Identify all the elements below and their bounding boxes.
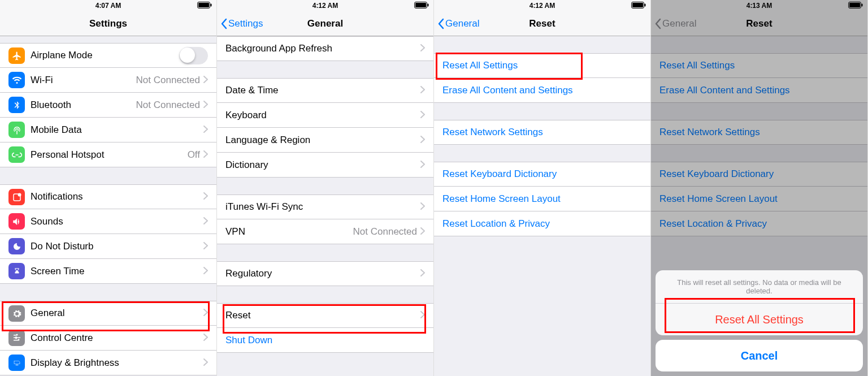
back-chevron-icon — [220, 18, 227, 29]
status-time: 4:07 AM — [96, 2, 121, 10]
status-time: 4:12 AM — [313, 2, 338, 10]
status-time: 4:12 AM — [530, 2, 555, 10]
row-keyboard[interactable]: Keyboard — [217, 103, 433, 128]
row-wifi[interactable]: Wi-Fi Not Connected — [0, 68, 216, 93]
row-reset-location-privacy[interactable]: Reset Location & Privacy — [434, 211, 650, 236]
battery-icon — [848, 2, 863, 8]
screen-reset: 4:12 AM General Reset Reset All Settings… — [434, 0, 651, 376]
row-reset-all-settings[interactable]: Reset All Settings — [434, 53, 650, 78]
battery-icon — [414, 2, 429, 8]
chevron-icon — [420, 160, 425, 170]
row-date-time[interactable]: Date & Time — [217, 78, 433, 103]
nav-title: Settings — [89, 18, 127, 29]
chevron-icon — [420, 269, 425, 279]
row-bluetooth[interactable]: Bluetooth Not Connected — [0, 93, 216, 118]
chevron-icon — [420, 44, 425, 54]
row-reset-home-screen-layout[interactable]: Reset Home Screen Layout — [434, 187, 650, 211]
row-personal-hotspot[interactable]: Personal Hotspot Off — [0, 142, 216, 167]
row-label: Dictionary — [225, 159, 420, 171]
row-label: Display & Brightness — [31, 357, 203, 369]
row-erase-all-content: Erase All Content and Settings — [651, 78, 867, 103]
battery-icon — [197, 2, 212, 8]
row-regulatory[interactable]: Regulatory — [217, 261, 433, 286]
row-label: Notifications — [31, 191, 203, 202]
row-display-brightness[interactable]: Display & Brightness — [0, 351, 216, 375]
chevron-icon — [203, 308, 208, 318]
status-bar: 4:12 AM — [434, 0, 650, 11]
row-label: Reset Keyboard Dictionary — [442, 168, 642, 180]
row-label: iTunes Wi-Fi Sync — [225, 201, 420, 213]
row-value: Not Connected — [136, 75, 200, 86]
status-bar: 4:12 AM — [217, 0, 433, 11]
chevron-icon — [203, 75, 208, 85]
row-mobile-data[interactable]: Mobile Data — [0, 118, 216, 142]
action-sheet-panel: This will reset all settings. No data or… — [656, 270, 863, 335]
general-content[interactable]: Background App Refresh Date & Time Keybo… — [217, 36, 433, 376]
row-general[interactable]: General — [0, 301, 216, 326]
cancel-label: Cancel — [741, 349, 778, 362]
row-label: Language & Region — [225, 135, 420, 146]
nav-bar: Settings — [0, 11, 216, 36]
action-reset-all-settings[interactable]: Reset All Settings — [656, 304, 863, 335]
row-shut-down[interactable]: Shut Down — [217, 328, 433, 353]
status-bar: 4:13 AM — [651, 0, 867, 11]
nav-bar: Settings General — [217, 11, 433, 36]
screen-reset-confirm: 4:13 AM General Reset Reset All Settings… — [651, 0, 868, 376]
row-label: Reset Location & Privacy — [659, 218, 859, 230]
row-label: Reset Home Screen Layout — [442, 193, 642, 205]
row-itunes-wifi-sync[interactable]: iTunes Wi-Fi Sync — [217, 195, 433, 219]
settings-content[interactable]: Airplane Mode Wi-Fi Not Connected Blueto… — [0, 36, 216, 376]
back-button[interactable]: Settings — [220, 11, 263, 36]
back-button[interactable]: General — [437, 11, 479, 36]
chevron-icon — [203, 100, 208, 110]
row-reset-keyboard-dictionary[interactable]: Reset Keyboard Dictionary — [434, 162, 650, 187]
svg-point-4 — [18, 193, 21, 196]
row-label: Shut Down — [225, 335, 425, 346]
row-control-centre[interactable]: Control Centre — [0, 326, 216, 351]
row-vpn[interactable]: VPN Not Connected — [217, 219, 433, 244]
back-label: General — [662, 18, 696, 29]
airplane-toggle[interactable] — [179, 47, 208, 64]
reset-content[interactable]: Reset All Settings Erase All Content and… — [434, 36, 650, 376]
antenna-icon — [8, 122, 25, 138]
row-background-app-refresh[interactable]: Background App Refresh — [217, 36, 433, 61]
hourglass-icon — [8, 263, 25, 279]
chevron-icon — [420, 227, 425, 237]
row-label: Do Not Disturb — [31, 241, 203, 252]
chevron-icon — [203, 358, 208, 368]
row-language-region[interactable]: Language & Region — [217, 128, 433, 153]
battery-icon — [631, 2, 646, 8]
nav-title: Reset — [529, 18, 555, 29]
row-airplane-mode[interactable]: Airplane Mode — [0, 43, 216, 68]
airplane-icon — [8, 47, 25, 64]
row-reset-home-screen-layout: Reset Home Screen Layout — [651, 187, 867, 211]
back-chevron-icon — [437, 18, 444, 29]
nav-bar: General Reset — [434, 11, 650, 36]
row-label: Keyboard — [225, 110, 420, 121]
row-screen-time[interactable]: Screen Time — [0, 259, 216, 284]
action-cancel[interactable]: Cancel — [656, 340, 863, 371]
nav-title: General — [307, 18, 343, 29]
chevron-icon — [203, 241, 208, 252]
nav-bar: General Reset — [651, 11, 867, 36]
row-value: Not Connected — [353, 226, 417, 237]
back-label: General — [445, 18, 479, 29]
row-notifications[interactable]: Notifications — [0, 184, 216, 209]
sounds-icon — [8, 213, 25, 230]
row-do-not-disturb[interactable]: Do Not Disturb — [0, 234, 216, 259]
sliders-icon — [8, 330, 25, 346]
back-label: Settings — [228, 18, 263, 29]
moon-icon — [8, 238, 25, 254]
row-label: Background App Refresh — [225, 43, 420, 54]
row-sounds[interactable]: Sounds — [0, 209, 216, 234]
row-label: Sounds — [31, 216, 203, 227]
row-reset-all-settings: Reset All Settings — [651, 53, 867, 78]
row-erase-all-content[interactable]: Erase All Content and Settings — [434, 78, 650, 103]
row-dictionary[interactable]: Dictionary — [217, 153, 433, 178]
row-reset-network-settings[interactable]: Reset Network Settings — [434, 120, 650, 145]
chevron-icon — [203, 217, 208, 227]
row-label: Reset All Settings — [442, 60, 642, 71]
row-value: Off — [188, 149, 200, 161]
wifi-icon — [8, 72, 25, 88]
row-reset[interactable]: Reset — [217, 303, 433, 328]
